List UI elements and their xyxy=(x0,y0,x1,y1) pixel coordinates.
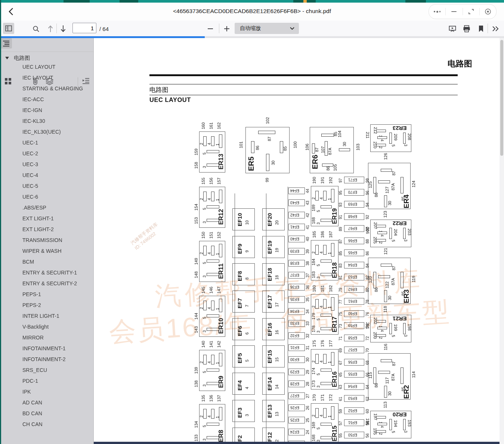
outline-item[interactable]: INFOTAINMENT-1 xyxy=(22,345,90,352)
outline-item[interactable]: ENTRY & SECURITY-1 xyxy=(22,269,90,276)
print-button[interactable] xyxy=(462,24,471,34)
zoom-out-button[interactable] xyxy=(205,24,215,34)
outline-item[interactable]: IEC LAYOUT xyxy=(22,74,90,81)
sidebar-icon xyxy=(5,25,12,31)
outline-item[interactable]: UEC-1 xyxy=(22,139,90,146)
terminal-number: 65 xyxy=(338,372,343,377)
next-page-button[interactable] xyxy=(59,24,67,34)
zoom-select[interactable]: 自动缩放 xyxy=(235,23,299,34)
outline-item[interactable]: IEC-IGN xyxy=(22,107,90,114)
pin-slot xyxy=(403,419,406,430)
fuse-name: EF56 xyxy=(348,360,357,364)
outline-item[interactable]: PEPS-1 xyxy=(22,291,90,298)
diagram-label: 1 xyxy=(328,252,332,254)
pin-slot xyxy=(203,409,207,419)
outline-item[interactable]: UEC-6 xyxy=(22,193,90,201)
outline-item[interactable]: AD CAN xyxy=(22,399,90,406)
outline-item[interactable]: MIRROR xyxy=(22,334,90,341)
diagram-label: 86 xyxy=(256,146,260,150)
outline-item[interactable]: INTER LIGHT-1 xyxy=(22,313,90,320)
outline-view-button[interactable] xyxy=(0,38,12,49)
thumbnails-view-button[interactable] xyxy=(4,78,12,85)
outline-item[interactable]: BD CAN xyxy=(22,410,90,417)
terminal-number: 95 xyxy=(338,190,343,195)
terminal-number: 169 xyxy=(312,422,316,429)
outline-item[interactable]: V-Backlight xyxy=(22,323,90,330)
presentation-mode-button[interactable] xyxy=(448,24,457,34)
outline-item[interactable]: IPK xyxy=(22,388,90,395)
divider xyxy=(0,52,93,52)
pin-slot xyxy=(219,407,222,420)
outline-root-item[interactable]: 电路图 xyxy=(5,55,30,62)
terminal-number: 143 xyxy=(194,326,198,333)
fuse-name: EF61 xyxy=(348,299,357,303)
outline-item[interactable]: EXT LIGHT-2 xyxy=(22,226,90,233)
fuse-number: 33 xyxy=(306,321,310,326)
outline-item[interactable]: IEC-ACC xyxy=(22,96,90,103)
toggle-sidebar-button[interactable] xyxy=(3,23,14,34)
outline-item[interactable]: UEC-4 xyxy=(22,172,90,179)
terminal-number: 156 xyxy=(209,178,213,184)
outline-item[interactable]: WIPER & WASH xyxy=(22,248,90,255)
outline-item[interactable]: INFOTAINMENT-2 xyxy=(22,356,90,363)
outline-item[interactable]: UEC LAYOUT xyxy=(22,63,90,71)
diagram-label: 2 xyxy=(378,433,382,435)
terminal-number: 187 xyxy=(329,231,333,238)
window-bottom-edge xyxy=(93,442,500,444)
pin-slot xyxy=(331,189,334,202)
outline-item[interactable]: TRANSMISSION xyxy=(22,237,90,244)
relay-name: ER19 xyxy=(331,208,338,224)
diagram-label: 2 xyxy=(378,337,382,339)
outline-item[interactable]: CH CAN xyxy=(22,421,90,428)
diagram-label: 87 xyxy=(392,171,396,176)
more-tools-button[interactable] xyxy=(491,24,501,34)
scrollbar-thumb[interactable] xyxy=(500,40,503,156)
back-button[interactable] xyxy=(7,7,16,16)
more-button[interactable] xyxy=(429,4,445,19)
previous-page-button[interactable] xyxy=(46,24,55,34)
pin-slot xyxy=(207,423,219,426)
outline-item[interactable]: STARTING & CHARGING xyxy=(22,85,90,92)
outline-item[interactable]: IEC-KL30 xyxy=(22,118,90,125)
fuse-number: 15 xyxy=(275,357,279,362)
outline-item[interactable]: SRS_ECU xyxy=(22,367,90,374)
terminal-number: 57 xyxy=(338,421,343,425)
outline-item[interactable]: EXT LIGHT-1 xyxy=(22,215,90,222)
divider xyxy=(488,24,488,33)
pin-slot xyxy=(211,301,214,310)
fuse-name: EF8 xyxy=(237,271,242,281)
outline-item[interactable]: IEC_KL30(UEC) xyxy=(22,128,90,136)
outline-item[interactable]: BCM xyxy=(22,258,90,266)
restore-button[interactable] xyxy=(463,4,479,19)
pin-slot xyxy=(389,228,392,239)
page-number-input[interactable] xyxy=(72,23,96,33)
close-button[interactable] xyxy=(480,4,496,19)
outline-icon xyxy=(3,40,10,47)
outline-item[interactable]: UEC-5 xyxy=(22,183,90,190)
outline-item[interactable]: UEC-2 xyxy=(22,150,90,157)
bookmark-button[interactable] xyxy=(477,24,485,34)
outline-item[interactable]: UEC-3 xyxy=(22,161,90,168)
plus-icon xyxy=(224,26,230,32)
find-button[interactable] xyxy=(31,24,40,33)
terminal-number: 90 xyxy=(365,227,370,231)
outline-item[interactable]: PEPS-2 xyxy=(22,302,90,309)
terminal-number: 138 xyxy=(194,381,198,387)
pin-slot xyxy=(266,154,269,171)
fuse-name: EF26 xyxy=(290,406,299,409)
terminal-number: 66 xyxy=(365,372,370,377)
outline-item[interactable]: ENTRY & SECURITY-2 xyxy=(22,280,90,287)
zoom-in-button[interactable] xyxy=(222,24,232,34)
diagram-label: 86 xyxy=(374,383,378,388)
outline-item[interactable]: .ABS/ESP xyxy=(22,204,90,211)
outline-item[interactable]: PDC-1 xyxy=(22,378,90,385)
terminal-number: 133 xyxy=(194,435,198,441)
pin-slot xyxy=(403,228,406,239)
terminal-number: 146 xyxy=(209,287,213,294)
fuse-name: EF66 xyxy=(348,239,357,242)
diagram-label: 3 xyxy=(317,276,321,279)
terminal-number: 77 xyxy=(338,299,343,304)
terminal-number: 99 xyxy=(265,178,269,182)
fuse-EF15 xyxy=(262,345,285,367)
minimize-button[interactable] xyxy=(446,4,462,19)
